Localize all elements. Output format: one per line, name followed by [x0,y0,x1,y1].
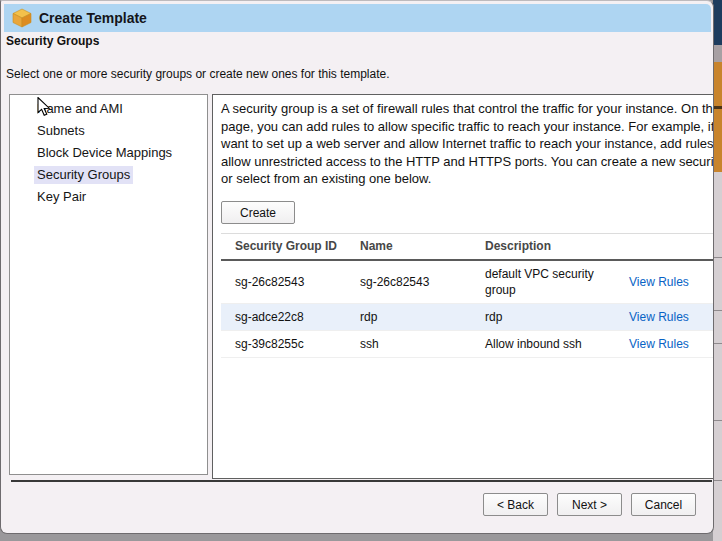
cell-group-id: sg-26c82543 [221,260,346,304]
col-header-name: Name [346,234,471,261]
aws-cube-icon [12,8,32,28]
view-rules-link[interactable]: View Rules [629,337,689,351]
cell-description: rdp [471,304,615,331]
background-orange-segment [713,62,722,172]
col-header-security-group-id: Security Group ID [221,234,346,261]
background-navy-segment [713,0,722,45]
next-button[interactable]: Next > [557,493,622,516]
instruction-text: Select one or more security groups or cr… [6,67,390,81]
cell-name: ssh [346,331,471,358]
table-row[interactable]: sg-39c8255c ssh Allow inbound ssh View R… [221,331,714,358]
security-groups-panel: A security group is a set of firewall ru… [212,94,714,479]
cell-name: rdp [346,304,471,331]
title-bar[interactable]: Create Template [4,4,711,32]
cell-description: Allow inbound ssh [471,331,615,358]
window-title: Create Template [39,10,147,26]
background-gray-segment [713,45,722,62]
page-heading: Security Groups [6,34,99,48]
create-template-dialog: Create Template Security Groups Select o… [0,0,714,534]
cell-name: sg-26c82543 [346,260,471,304]
col-header-description: Description [471,234,615,261]
cancel-button[interactable]: Cancel [631,493,696,516]
background-right-strip [713,0,722,541]
cell-group-id: sg-39c8255c [221,331,346,358]
nav-item-subnets[interactable]: Subnets [10,120,207,142]
nav-item-key-pair[interactable]: Key Pair [10,186,207,208]
footer-separator [11,480,712,482]
wizard-step-list: Name and AMI Subnets Block Device Mappin… [9,94,208,475]
view-rules-link[interactable]: View Rules [629,310,689,324]
table-row[interactable]: sg-adce22c8 rdp rdp View Rules [221,304,714,331]
nav-item-security-groups[interactable]: Security Groups [10,164,207,186]
nav-item-block-device-mappings[interactable]: Block Device Mappings [10,142,207,164]
security-groups-table: Security Group ID Name Description sg-26… [221,233,714,358]
security-group-description: A security group is a set of firewall ru… [221,100,714,188]
table-header-row: Security Group ID Name Description [221,234,714,261]
table-row[interactable]: sg-26c82543 sg-26c82543 default VPC secu… [221,260,714,304]
cell-description: default VPC security group [471,260,615,304]
cell-group-id: sg-adce22c8 [221,304,346,331]
create-button[interactable]: Create [221,201,295,224]
col-header-action [615,234,714,261]
back-button[interactable]: < Back [483,493,548,516]
screenshot-root: Create Template Security Groups Select o… [0,0,722,541]
view-rules-link[interactable]: View Rules [629,275,689,289]
nav-item-name-and-ami[interactable]: Name and AMI [10,98,207,120]
